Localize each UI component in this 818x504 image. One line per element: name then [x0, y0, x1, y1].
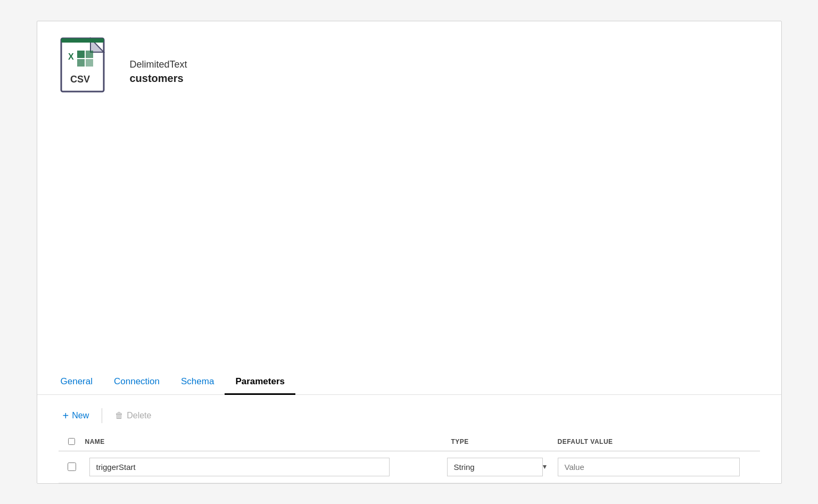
- toolbar: + New 🗑 Delete: [37, 395, 781, 433]
- plus-icon: +: [63, 410, 69, 422]
- dataset-name: customers: [130, 72, 187, 85]
- col-header-default-value: DEFAULT VALUE: [558, 438, 760, 445]
- new-button-label: New: [72, 411, 89, 420]
- col-header-name: NAME: [85, 438, 451, 445]
- select-all-checkbox[interactable]: [68, 438, 75, 445]
- delete-button[interactable]: 🗑 Delete: [111, 409, 155, 423]
- new-button[interactable]: + New: [59, 408, 94, 424]
- delete-button-label: Delete: [127, 411, 151, 420]
- svg-rect-8: [86, 59, 93, 67]
- trash-icon: 🗑: [115, 411, 123, 420]
- main-panel: X CSV DelimitedText customers General Co…: [37, 21, 782, 484]
- table-row: String Int Float Bool Array Object Secur…: [59, 451, 760, 483]
- svg-rect-3: [61, 38, 104, 43]
- tabs-bar: General Connection Schema Parameters: [37, 370, 781, 395]
- row-checkbox-cell: [59, 462, 85, 471]
- parameter-type-select[interactable]: String Int Float Bool Array Object Secur…: [447, 458, 543, 476]
- type-cell: String Int Float Bool Array Object Secur…: [447, 458, 553, 476]
- svg-rect-5: [77, 51, 85, 58]
- tab-connection[interactable]: Connection: [103, 370, 170, 395]
- svg-rect-6: [86, 51, 93, 58]
- row-select-checkbox[interactable]: [68, 462, 76, 471]
- svg-rect-7: [77, 59, 85, 67]
- table-header: NAME TYPE DEFAULT VALUE: [59, 433, 760, 451]
- dataset-type: DelimitedText: [130, 59, 187, 70]
- svg-text:X: X: [68, 52, 74, 61]
- csv-icon: X CSV: [59, 37, 117, 106]
- header-checkbox-cell: [59, 438, 85, 445]
- header-text: DelimitedText customers: [130, 59, 187, 85]
- default-value-cell: [558, 458, 760, 476]
- svg-text:CSV: CSV: [70, 74, 90, 85]
- parameters-table: NAME TYPE DEFAULT VALUE String Int Float…: [37, 433, 781, 483]
- header-section: X CSV DelimitedText customers: [37, 21, 781, 117]
- toolbar-divider: [102, 408, 102, 423]
- parameter-default-value-input[interactable]: [558, 458, 740, 476]
- tab-general[interactable]: General: [59, 370, 103, 395]
- tab-schema[interactable]: Schema: [170, 370, 225, 395]
- name-cell: [89, 458, 443, 476]
- col-header-type: TYPE: [451, 438, 558, 445]
- parameter-name-input[interactable]: [89, 458, 390, 476]
- tab-parameters[interactable]: Parameters: [225, 370, 295, 395]
